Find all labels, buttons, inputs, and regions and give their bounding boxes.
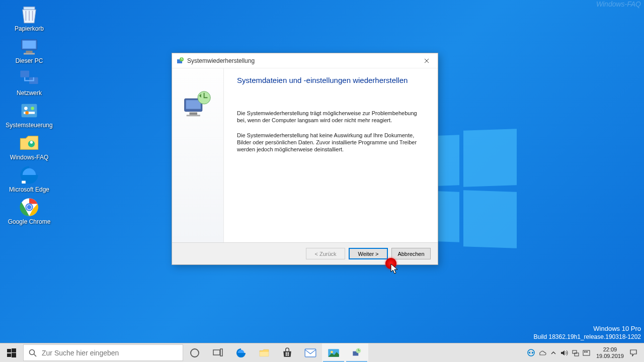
desktop: Papierkorb Dieser PC Netzwerk Systemsteu… <box>0 0 60 227</box>
svg-rect-34 <box>260 351 269 356</box>
svg-rect-27 <box>12 348 16 352</box>
taskbar-app-mail[interactable] <box>299 343 322 362</box>
cortana-button[interactable] <box>183 343 206 362</box>
task-view-button[interactable] <box>206 343 229 362</box>
system-tray: 22:09 19.09.2019 <box>526 343 644 362</box>
taskbar-search[interactable] <box>23 344 183 361</box>
dialog-paragraph-2: Die Systemwiederherstellung hat keine Au… <box>237 132 425 153</box>
clock-date: 19.09.2019 <box>596 353 624 359</box>
dialog-heading: Systemdateien und -einstellungen wiederh… <box>237 75 425 85</box>
svg-rect-47 <box>583 350 590 355</box>
svg-rect-24 <box>187 115 200 116</box>
system-restore-dialog: Systemwiederherstellung Systemdateien un… <box>172 53 438 265</box>
system-restore-icon <box>176 57 184 65</box>
search-input[interactable] <box>42 349 178 357</box>
search-icon <box>29 349 37 357</box>
desktop-icon-this-pc[interactable]: Dieser PC <box>4 36 54 64</box>
tray-volume-icon[interactable] <box>559 343 570 363</box>
svg-rect-29 <box>12 353 16 357</box>
tray-chevron-up-icon[interactable] <box>548 343 559 363</box>
svg-point-8 <box>24 107 28 110</box>
svg-rect-39 <box>305 349 316 357</box>
svg-rect-37 <box>286 354 287 355</box>
taskbar-app-explorer[interactable] <box>253 343 276 362</box>
dialog-footer: < Zurück Weiter > Abbrechen <box>172 242 438 264</box>
chrome-icon <box>18 197 40 217</box>
desktop-icon-label: Dieser PC <box>4 57 54 64</box>
desktop-icon-chrome[interactable]: Google Chrome <box>4 197 54 225</box>
cancel-button[interactable]: Abbrechen <box>391 248 431 259</box>
tray-input-icon[interactable] <box>581 343 592 363</box>
svg-point-18 <box>27 205 32 210</box>
svg-rect-49 <box>586 351 588 352</box>
svg-point-9 <box>31 107 34 110</box>
watermark-line1: Windows 10 Pro <box>533 325 641 333</box>
svg-rect-3 <box>26 51 32 53</box>
start-button[interactable] <box>0 343 23 362</box>
svg-rect-5 <box>20 71 29 77</box>
desktop-icon-label: Netzwerk <box>4 89 54 97</box>
svg-point-41 <box>331 350 333 353</box>
system-restore-large-icon <box>181 88 215 119</box>
desktop-icon-windows-faq[interactable]: Windows-FAQ <box>4 133 54 161</box>
desktop-icon-label: Google Chrome <box>4 218 54 225</box>
svg-rect-14 <box>22 180 26 184</box>
desktop-icon-recycle-bin[interactable]: Papierkorb <box>4 4 54 32</box>
dialog-content: Systemdateien und -einstellungen wiederh… <box>224 68 438 242</box>
svg-point-31 <box>191 349 199 357</box>
svg-rect-4 <box>24 53 35 54</box>
close-button[interactable] <box>416 53 438 68</box>
action-center-icon[interactable] <box>628 343 639 363</box>
dialog-title: Systemwiederherstellung <box>187 57 416 64</box>
desktop-icon-edge[interactable]: Microsoft Edge <box>4 165 54 193</box>
network-icon <box>18 68 40 88</box>
svg-point-11 <box>25 111 29 115</box>
desktop-icon-control-panel[interactable]: Systemsteuerung <box>4 101 54 129</box>
tray-network-icon[interactable] <box>570 343 581 363</box>
desktop-icon-label: Windows-FAQ <box>4 154 54 161</box>
svg-rect-23 <box>189 112 197 115</box>
folder-icon <box>18 133 40 153</box>
svg-rect-2 <box>23 41 36 48</box>
recycle-bin-icon <box>18 4 40 24</box>
svg-rect-10 <box>24 112 35 114</box>
cursor-icon <box>390 263 399 276</box>
svg-rect-48 <box>584 351 586 352</box>
tray-icon-onedrive[interactable] <box>537 343 548 363</box>
dialog-paragraph-1: Die Systemwiederherstellung trägt möglic… <box>237 110 425 124</box>
taskbar-app-photos[interactable] <box>322 343 345 362</box>
svg-rect-36 <box>288 352 289 353</box>
edge-icon <box>18 165 40 185</box>
desktop-icon-network[interactable]: Netzwerk <box>4 68 54 97</box>
next-button[interactable]: Weiter > <box>349 248 388 259</box>
taskbar: 22:09 19.09.2019 <box>0 343 644 362</box>
tray-icon-teamviewer[interactable] <box>526 343 537 363</box>
control-panel-icon <box>18 101 40 121</box>
svg-rect-28 <box>7 353 11 357</box>
svg-rect-26 <box>7 349 11 352</box>
back-button: < Zurück <box>306 248 345 259</box>
pc-icon <box>18 36 40 56</box>
svg-rect-7 <box>22 104 37 117</box>
taskbar-clock[interactable]: 22:09 19.09.2019 <box>592 346 628 359</box>
clock-time: 22:09 <box>596 346 624 353</box>
svg-rect-22 <box>186 100 201 109</box>
svg-rect-0 <box>24 7 35 10</box>
watermark-top: Windows-FAQ <box>596 0 641 8</box>
watermark-line2: Build 18362.19h1_release.190318-1202 <box>533 333 641 341</box>
taskbar-app-system-restore[interactable] <box>345 343 368 362</box>
taskbar-app-store[interactable] <box>276 343 299 362</box>
svg-rect-38 <box>288 354 289 355</box>
svg-rect-33 <box>220 349 222 356</box>
svg-point-30 <box>30 349 35 354</box>
activation-watermark: Windows 10 Pro Build 18362.19h1_release.… <box>533 325 641 341</box>
taskbar-app-edge[interactable] <box>229 343 253 362</box>
desktop-icon-label: Papierkorb <box>4 25 54 32</box>
desktop-icon-label: Microsoft Edge <box>4 186 54 193</box>
desktop-icon-label: Systemsteuerung <box>4 122 54 129</box>
svg-rect-35 <box>286 352 287 353</box>
svg-rect-32 <box>213 350 220 355</box>
svg-point-13 <box>30 141 33 144</box>
dialog-sidebar <box>172 68 224 242</box>
titlebar[interactable]: Systemwiederherstellung <box>172 53 438 68</box>
